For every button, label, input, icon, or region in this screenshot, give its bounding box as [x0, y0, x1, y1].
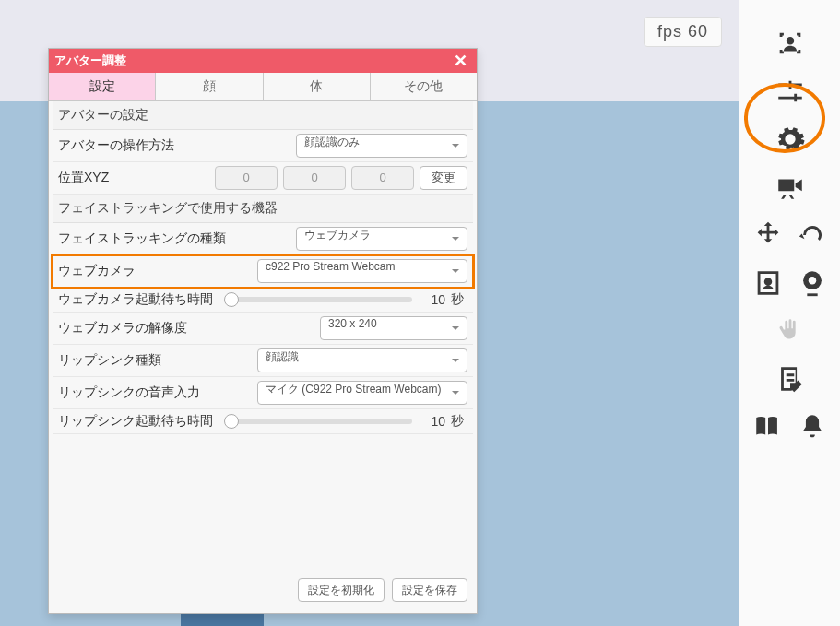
select-lipsync-audio[interactable]: マイク (C922 Pro Stream Webcam) [257, 381, 467, 405]
label: アバターの操作方法 [58, 137, 290, 154]
row-lipsync-audio: リップシンクの音声入力 マイク (C922 Pro Stream Webcam) [53, 377, 473, 409]
svg-point-1 [808, 277, 816, 285]
fps-badge: fps 60 [644, 17, 722, 47]
input-x[interactable]: 0 [215, 166, 278, 190]
tab-bar: 設定 顔 体 その他 [49, 73, 477, 101]
note-icon[interactable] [739, 363, 840, 395]
label: ウェブカメラ [58, 263, 252, 279]
row-control-method: アバターの操作方法 顔認識のみ [53, 130, 473, 162]
input-z[interactable]: 0 [351, 166, 414, 190]
tab-face[interactable]: 顔 [156, 73, 263, 100]
unit: 秒 [451, 291, 467, 308]
row-webcam-res: ウェブカメラの解像度 320 x 240 [53, 313, 473, 345]
unit: 秒 [451, 413, 467, 430]
select-webcam-res[interactable]: 320 x 240 [320, 316, 467, 340]
gear-icon[interactable] [739, 124, 840, 155]
close-icon[interactable]: ✕ [450, 51, 471, 71]
fps-label: fps [657, 22, 682, 41]
dialog-title: アバター調整 [54, 53, 126, 69]
tab-body[interactable]: 体 [264, 73, 371, 100]
select-webcam[interactable]: c922 Pro Stream Webcam [257, 259, 467, 283]
label: リップシンク起動待ち時間 [58, 413, 222, 430]
row-position: 位置XYZ 0 0 0 変更 [53, 162, 473, 195]
select-control-method[interactable]: 顔認識のみ [296, 134, 467, 158]
input-y[interactable]: 0 [283, 166, 346, 190]
row-webcam: ウェブカメラ c922 Pro Stream Webcam [53, 255, 473, 288]
select-track-type[interactable]: ウェブカメラ [296, 227, 467, 251]
panel: アバターの設定 アバターの操作方法 顔認識のみ 位置XYZ 0 0 0 変更 フ… [49, 101, 477, 613]
dialog-footer: 設定を初期化 設定を保存 [53, 573, 473, 608]
avatar-settings-dialog: アバター調整 ✕ 設定 顔 体 その他 アバターの設定 アバターの操作方法 顔認… [48, 48, 478, 614]
label: リップシンクの音声入力 [58, 384, 252, 401]
row-lipsync-wait: リップシンク起動待ち時間 10 秒 [53, 409, 473, 434]
dialog-titlebar[interactable]: アバター調整 ✕ [49, 49, 477, 73]
change-button[interactable]: 変更 [420, 166, 467, 190]
fps-value: 60 [688, 22, 708, 41]
slider-lipsync-wait[interactable] [228, 419, 412, 424]
reset-button[interactable]: 設定を初期化 [298, 578, 385, 602]
right-toolbar [739, 0, 840, 626]
value: 10 [418, 292, 445, 307]
save-button[interactable]: 設定を保存 [392, 578, 467, 602]
select-lipsync[interactable]: 顔認識 [257, 348, 467, 372]
label: ウェブカメラ起動待ち時間 [58, 291, 222, 308]
hand-icon[interactable] [739, 315, 840, 347]
move-rotate-icon[interactable] [739, 219, 840, 251]
section-face-device: フェイストラッキングで使用する機器 [53, 195, 473, 223]
value: 10 [418, 414, 445, 429]
label: ウェブカメラの解像度 [58, 320, 314, 337]
label: 位置XYZ [58, 170, 209, 186]
sliders-icon[interactable] [739, 76, 840, 107]
avatar-icon[interactable] [739, 28, 840, 59]
row-webcam-wait: ウェブカメラ起動待ち時間 10 秒 [53, 288, 473, 313]
row-lipsync-type: リップシンク種類 顔認識 [53, 345, 473, 377]
section-avatar: アバターの設定 [53, 101, 473, 130]
label: リップシンク種類 [58, 352, 252, 369]
book-bell-icon[interactable] [739, 411, 840, 443]
tab-settings[interactable]: 設定 [49, 73, 156, 100]
row-track-type: フェイストラッキングの種類 ウェブカメラ [53, 223, 473, 255]
camera-icon[interactable] [739, 171, 840, 203]
label: フェイストラッキングの種類 [58, 230, 290, 247]
portrait-webcam-icon[interactable] [739, 267, 840, 299]
slider-webcam-wait[interactable] [228, 297, 412, 302]
tab-other[interactable]: その他 [371, 73, 477, 100]
